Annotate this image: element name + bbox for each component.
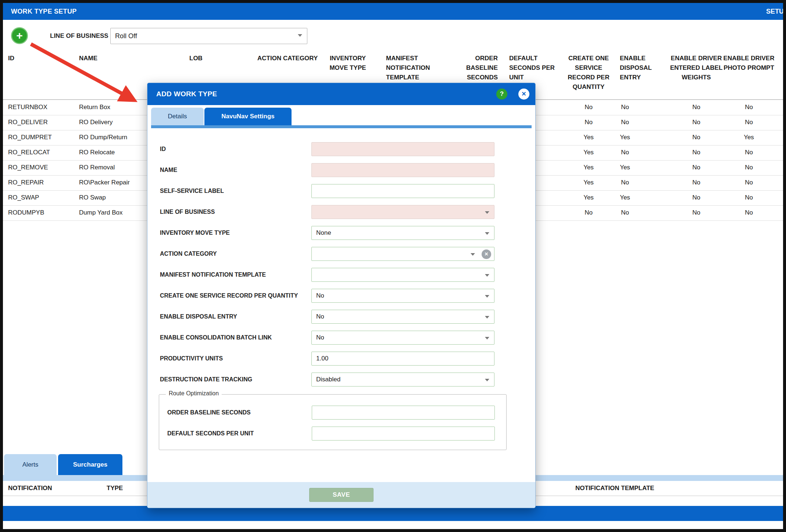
- column-header-lob: LOB: [189, 54, 233, 63]
- cell-disposal-entry: No: [607, 115, 643, 130]
- form-row-destruction-date-tracking: DESTRUCTION DATE TRACKINGDisabled: [147, 373, 535, 387]
- form-row-id: ID: [147, 142, 535, 156]
- cell-photo-prompt: No: [722, 115, 776, 130]
- column-header-manifest-notification-template: MANIFEST NOTIFICATION TEMPLATE: [386, 54, 438, 82]
- cell-id: RO_REMOVE: [8, 160, 76, 175]
- inventory-move-type-select[interactable]: None: [311, 226, 494, 240]
- selected-value: Disabled: [312, 373, 494, 386]
- field-label: DEFAULT SECONDS PER UNIT: [167, 427, 254, 441]
- cell-create-one: No: [566, 205, 611, 220]
- form-row-create-one-service-record-per-quantity: CREATE ONE SERVICE RECORD PER QUANTITYNo: [147, 289, 535, 303]
- route-optimization-form: ORDER BASELINE SECONDSDEFAULT SECONDS PE…: [159, 395, 506, 450]
- form-row-name: NAME: [147, 163, 535, 177]
- chevron-down-icon: [485, 274, 489, 277]
- default-seconds-per-unit-input[interactable]: [312, 427, 495, 441]
- bottom-bar: [3, 506, 783, 521]
- cell-id: RETURNBOX: [8, 100, 76, 115]
- form-row-enable-consolidation-batch-link: ENABLE CONSOLIDATION BATCH LINKNo: [147, 331, 535, 345]
- cell-id: RO_DELIVER: [8, 115, 76, 130]
- top-bar: WORK TYPE SETUP SETUP: [3, 3, 783, 20]
- enable-disposal-entry-select[interactable]: No: [311, 310, 494, 324]
- add-work-type-modal: ADD WORK TYPE ? ✕ Details NavuNav Settin…: [147, 83, 536, 508]
- cell-photo-prompt: No: [722, 145, 776, 160]
- form-row-line-of-business: LINE OF BUSINESS: [147, 205, 535, 219]
- cell-photo-prompt: No: [722, 160, 776, 175]
- action-category-select[interactable]: ✕: [311, 247, 494, 261]
- field-label: DESTRUCTION DATE TRACKING: [160, 373, 252, 387]
- chevron-down-icon: [471, 253, 475, 256]
- tab-alerts[interactable]: Alerts: [4, 454, 57, 475]
- cell-photo-prompt: No: [722, 190, 776, 205]
- create-one-service-record-per-quantity-select[interactable]: No: [311, 289, 494, 303]
- destruction-date-tracking-select[interactable]: Disabled: [311, 373, 494, 387]
- form-row-order-baseline-seconds: ORDER BASELINE SECONDS: [159, 406, 506, 420]
- selected-value: None: [312, 226, 494, 240]
- selected-value: No: [312, 289, 494, 302]
- cell-create-one: Yes: [566, 145, 611, 160]
- chevron-down-icon: [485, 232, 489, 235]
- id-input[interactable]: [311, 142, 494, 156]
- field-label: CREATE ONE SERVICE RECORD PER QUANTITY: [160, 289, 298, 303]
- column-header-enable-disposal-entry: ENABLE DISPOSAL ENTRY: [620, 54, 657, 82]
- cell-id: RO_REPAIR: [8, 175, 76, 190]
- column-header-enable-driver-entered-label-weights: ENABLE DRIVER ENTERED LABEL WEIGHTS: [668, 54, 724, 82]
- manifest-notification-template-select[interactable]: [311, 268, 494, 282]
- line-of-business-select[interactable]: [311, 205, 494, 219]
- tab-surcharges[interactable]: Surcharges: [58, 454, 122, 475]
- help-icon[interactable]: ?: [496, 89, 507, 100]
- cell-driver-label-weights: No: [668, 160, 724, 175]
- line-of-business-select[interactable]: Roll Off: [110, 28, 307, 44]
- cell-create-one: No: [566, 100, 611, 115]
- add-work-type-button[interactable]: +: [11, 27, 28, 44]
- order-baseline-seconds-input[interactable]: [312, 406, 495, 420]
- cell-photo-prompt: No: [722, 100, 776, 115]
- chevron-down-icon: [485, 379, 489, 381]
- enable-consolidation-batch-link-select[interactable]: No: [311, 331, 494, 345]
- column-header-type: TYPE: [107, 481, 123, 496]
- cell-disposal-entry: No: [607, 100, 643, 115]
- cell-driver-label-weights: No: [668, 130, 724, 145]
- cell-disposal-entry: No: [607, 205, 643, 220]
- cell-disposal-entry: Yes: [607, 190, 643, 205]
- clear-icon[interactable]: ✕: [482, 249, 491, 259]
- field-label: SELF-SERVICE LABEL: [160, 184, 224, 198]
- name-input[interactable]: [311, 163, 494, 177]
- cell-id: RO_RELOCAT: [8, 145, 76, 160]
- selected-value: Roll Off: [111, 28, 307, 44]
- form-row-manifest-notification-template: MANIFEST NOTIFICATION TEMPLATE: [147, 268, 535, 282]
- cell-driver-label-weights: No: [668, 190, 724, 205]
- cell-disposal-entry: No: [607, 175, 643, 190]
- tab-navunav-settings[interactable]: NavuNav Settings: [204, 108, 292, 125]
- save-button[interactable]: SAVE: [309, 488, 374, 502]
- work-type-setup-page: WORK TYPE SETUP SETUP + LINE OF BUSINESS…: [0, 0, 786, 532]
- field-label: ORDER BASELINE SECONDS: [167, 406, 251, 420]
- tab-details[interactable]: Details: [151, 108, 204, 125]
- cell-create-one: Yes: [566, 190, 611, 205]
- field-label: LINE OF BUSINESS: [160, 205, 215, 219]
- column-header-action-category: ACTION CATEGORY: [257, 54, 325, 63]
- cell-create-one: Yes: [566, 175, 611, 190]
- page-title: WORK TYPE SETUP: [3, 3, 77, 20]
- cell-driver-label-weights: No: [668, 205, 724, 220]
- field-label: MANIFEST NOTIFICATION TEMPLATE: [160, 268, 266, 282]
- route-optimization-fieldset: Route Optimization ORDER BASELINE SECOND…: [159, 394, 507, 450]
- cell-id: RO_DUMPRET: [8, 130, 76, 145]
- cell-disposal-entry: Yes: [607, 130, 643, 145]
- close-icon[interactable]: ✕: [518, 89, 529, 100]
- chevron-down-icon: [485, 295, 489, 298]
- form-row-enable-disposal-entry: ENABLE DISPOSAL ENTRYNo: [147, 310, 535, 324]
- cell-disposal-entry: No: [607, 145, 643, 160]
- chevron-down-icon: [485, 337, 489, 339]
- modal-tab-underline: [151, 125, 532, 128]
- column-header-inventory-move-type: INVENTORY MOVE TYPE: [324, 54, 372, 73]
- cell-driver-label-weights: No: [668, 115, 724, 130]
- cell-create-one: No: [566, 115, 611, 130]
- self-service-label-input[interactable]: [311, 184, 494, 198]
- column-header-notification-template: NOTIFICATION TEMPLATE: [575, 481, 654, 496]
- productivity-units-input[interactable]: [311, 352, 494, 366]
- modal-title-bar: ADD WORK TYPE ? ✕: [147, 83, 535, 105]
- cell-photo-prompt: No: [722, 205, 776, 220]
- form-row-self-service-label: SELF-SERVICE LABEL: [147, 184, 535, 198]
- chevron-down-icon: [485, 211, 489, 214]
- line-of-business-label: LINE OF BUSINESS: [50, 32, 108, 40]
